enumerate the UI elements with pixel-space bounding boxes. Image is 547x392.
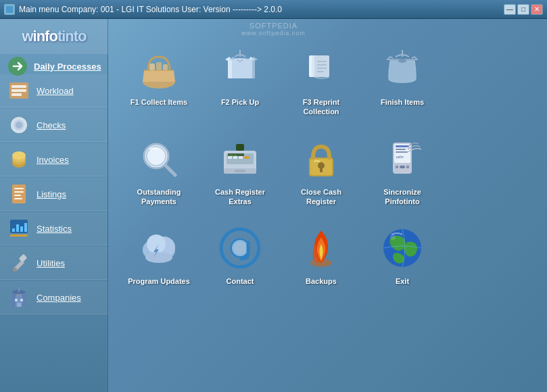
backups-item[interactable]: Backups bbox=[284, 218, 358, 291]
svg-line-50 bbox=[166, 166, 175, 175]
exit-label: Exit bbox=[396, 276, 409, 286]
checks-label: Checks bbox=[37, 120, 66, 130]
sidebar-item-checks[interactable]: Checks bbox=[0, 109, 108, 142]
invoices-label: Invoices bbox=[37, 155, 69, 165]
svg-point-82 bbox=[232, 240, 248, 256]
svg-rect-24 bbox=[19, 254, 28, 263]
sidebar: Daily Processes Workload Checks bbox=[0, 19, 108, 392]
f2-pickup-label: F2 Pick Up bbox=[221, 97, 259, 107]
listings-icon bbox=[8, 183, 30, 205]
invoices-icon bbox=[8, 149, 30, 170]
svg-rect-21 bbox=[20, 226, 23, 232]
svg-rect-32 bbox=[17, 303, 21, 307]
outstanding-label: Outstanding Payments bbox=[127, 187, 191, 207]
cash-extras-item[interactable]: $00.00 Cash Register Extras bbox=[203, 129, 277, 212]
svg-rect-31 bbox=[20, 299, 23, 301]
app-icon bbox=[4, 4, 15, 15]
svg-rect-0 bbox=[6, 6, 13, 13]
f2-pickup-item[interactable]: F2 Pick Up bbox=[203, 39, 277, 122]
maximize-button[interactable]: □ bbox=[517, 4, 529, 15]
sidebar-header: Daily Processes bbox=[0, 51, 108, 81]
f1-collect-item[interactable]: F1 Collect Items bbox=[122, 39, 196, 122]
close-button[interactable]: ✕ bbox=[531, 4, 543, 15]
svg-point-8 bbox=[16, 122, 22, 128]
workload-label: Workload bbox=[37, 86, 74, 96]
finish-items-item[interactable]: Finish Items bbox=[365, 39, 439, 122]
sidebar-header-label: Daily Processes bbox=[34, 62, 101, 72]
sidebar-item-listings[interactable]: Listings bbox=[0, 178, 108, 211]
utilities-icon bbox=[8, 252, 30, 274]
close-cash-label: Close Cash Register bbox=[289, 187, 353, 207]
icons-grid: F1 Collect Items bbox=[122, 26, 533, 291]
svg-rect-3 bbox=[11, 85, 26, 88]
sidebar-item-invoices[interactable]: Invoices bbox=[0, 143, 108, 176]
backups-label: Backups bbox=[306, 276, 337, 286]
svg-rect-68 bbox=[396, 145, 409, 147]
svg-point-47 bbox=[398, 59, 406, 63]
backups-icon bbox=[297, 224, 346, 272]
contact-label: Contact bbox=[227, 276, 254, 286]
svg-rect-70 bbox=[396, 151, 408, 153]
svg-rect-72 bbox=[400, 166, 405, 168]
f3-reprint-item[interactable]: F3 Reprint Collection bbox=[284, 39, 358, 122]
svg-point-64 bbox=[318, 162, 325, 169]
outstanding-icon bbox=[135, 134, 183, 183]
svg-rect-73 bbox=[406, 166, 409, 168]
content-area: F1 Collect Items bbox=[108, 19, 547, 392]
svg-point-12 bbox=[12, 151, 26, 160]
svg-rect-35 bbox=[149, 64, 155, 70]
svg-rect-5 bbox=[11, 93, 22, 96]
svg-rect-13 bbox=[12, 185, 26, 203]
f1-collect-icon bbox=[135, 45, 183, 93]
f3-reprint-label: F3 Reprint Collection bbox=[289, 97, 353, 117]
finish-items-label: Finish Items bbox=[381, 97, 424, 107]
sync-icon: palm bbox=[378, 134, 427, 183]
sidebar-item-utilities[interactable]: Utilities bbox=[0, 247, 108, 280]
app-logo: winfotinto bbox=[22, 28, 86, 45]
checks-icon bbox=[8, 114, 30, 136]
title-bar: Main menu Company: 001 - LGI IT Solution… bbox=[0, 0, 547, 19]
svg-text:$00.00: $00.00 bbox=[229, 153, 237, 156]
svg-rect-14 bbox=[14, 188, 24, 189]
svg-point-85 bbox=[390, 235, 396, 240]
contact-icon bbox=[216, 224, 264, 272]
sync-item[interactable]: palm Sincronize Pinfotinto bbox=[365, 129, 439, 212]
window-controls: — □ ✕ bbox=[504, 4, 543, 15]
svg-rect-65 bbox=[320, 168, 323, 172]
svg-rect-69 bbox=[396, 149, 406, 150]
svg-rect-17 bbox=[14, 198, 22, 199]
workload-icon bbox=[8, 80, 30, 101]
contact-item[interactable]: Contact bbox=[203, 218, 277, 291]
svg-rect-4 bbox=[11, 89, 26, 92]
cash-extras-label: Cash Register Extras bbox=[208, 187, 272, 207]
svg-rect-22 bbox=[24, 223, 27, 232]
sidebar-item-companies[interactable]: Companies bbox=[0, 281, 108, 314]
svg-point-25 bbox=[13, 268, 17, 272]
daily-processes-icon bbox=[7, 55, 28, 77]
sidebar-item-statistics[interactable]: Statistics bbox=[0, 212, 108, 245]
svg-text:palm: palm bbox=[396, 155, 404, 159]
statistics-icon bbox=[8, 218, 30, 239]
companies-label: Companies bbox=[37, 293, 81, 303]
svg-point-79 bbox=[145, 252, 172, 263]
title-text: Main menu Company: 001 - LGI IT Solution… bbox=[19, 5, 282, 14]
close-cash-item[interactable]: Close Cash Register bbox=[284, 129, 358, 212]
f1-collect-label: F1 Collect Items bbox=[130, 97, 187, 107]
svg-rect-30 bbox=[15, 299, 18, 301]
companies-icon bbox=[8, 287, 30, 308]
cash-extras-icon: $00.00 bbox=[216, 134, 264, 183]
statistics-label: Statistics bbox=[37, 224, 72, 234]
svg-rect-19 bbox=[12, 228, 15, 232]
sync-label: Sincronize Pinfotinto bbox=[371, 187, 434, 207]
outstanding-item[interactable]: Outstanding Payments bbox=[122, 129, 196, 212]
updates-icon bbox=[135, 224, 183, 272]
svg-rect-54 bbox=[233, 156, 237, 159]
updates-item[interactable]: Program Updates bbox=[122, 218, 196, 291]
exit-item[interactable]: Exit bbox=[365, 218, 439, 291]
svg-rect-71 bbox=[396, 166, 398, 168]
f2-pickup-icon bbox=[216, 45, 264, 93]
svg-rect-15 bbox=[14, 191, 24, 193]
svg-rect-23 bbox=[10, 235, 28, 237]
svg-rect-61 bbox=[236, 144, 244, 151]
minimize-button[interactable]: — bbox=[504, 4, 516, 15]
